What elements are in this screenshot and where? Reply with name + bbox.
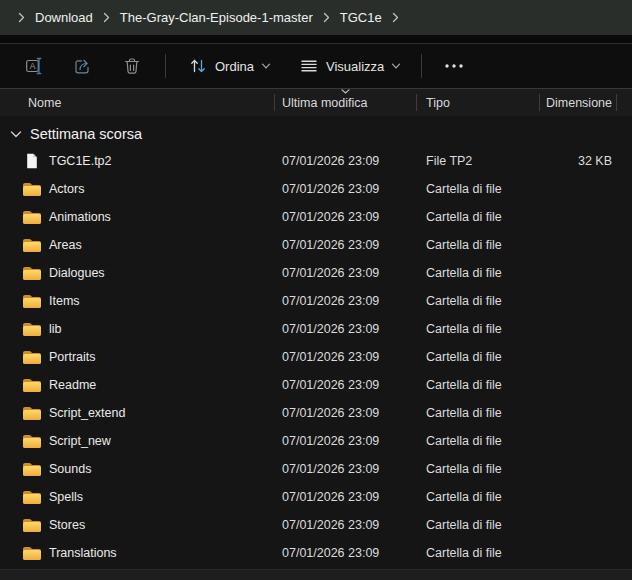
file-type: File TP2 xyxy=(417,154,540,168)
table-row[interactable]: Translations 07/01/2026 23:09 Cartella d… xyxy=(0,539,632,567)
delete-button[interactable] xyxy=(114,50,150,82)
file-type: Cartella di file xyxy=(417,518,540,532)
column-header-dimensione[interactable]: Dimensione xyxy=(540,89,617,116)
breadcrumb-item-current-folder[interactable]: TGC1e xyxy=(334,8,388,27)
file-name: Readme xyxy=(49,378,96,392)
view-button-label: Visualizza xyxy=(326,59,384,74)
file-name: Sounds xyxy=(49,462,91,476)
file-size: 32 KB xyxy=(540,154,617,168)
table-row[interactable]: Animations 07/01/2026 23:09 Cartella di … xyxy=(0,203,632,231)
folder-icon xyxy=(22,265,42,281)
file-icon xyxy=(22,153,42,169)
file-modified-date: 07/01/2026 23:09 xyxy=(275,266,417,280)
table-row[interactable]: Script_new 07/01/2026 23:09 Cartella di … xyxy=(0,427,632,455)
file-list: TGC1E.tp2 07/01/2026 23:09 File TP2 32 K… xyxy=(0,147,632,567)
file-name: Items xyxy=(49,294,80,308)
folder-icon xyxy=(22,405,42,421)
file-name: Spells xyxy=(49,490,83,504)
chevron-down-icon xyxy=(391,63,401,69)
column-header-label: Tipo xyxy=(426,96,450,110)
file-type: Cartella di file xyxy=(417,406,540,420)
chevron-right-icon[interactable] xyxy=(392,12,399,23)
table-row[interactable]: Dialogues 07/01/2026 23:09 Cartella di f… xyxy=(0,259,632,287)
chevron-right-icon[interactable] xyxy=(18,12,25,23)
more-button[interactable] xyxy=(436,50,472,82)
file-modified-date: 07/01/2026 23:09 xyxy=(275,462,417,476)
view-button[interactable]: Visualizza xyxy=(289,50,411,82)
file-modified-date: 07/01/2026 23:09 xyxy=(275,350,417,364)
file-modified-date: 07/01/2026 23:09 xyxy=(275,182,417,196)
sort-descending-icon xyxy=(341,89,350,94)
table-row[interactable]: Areas 07/01/2026 23:09 Cartella di file xyxy=(0,231,632,259)
breadcrumb-item-download[interactable]: Download xyxy=(29,8,99,27)
folder-icon xyxy=(22,321,42,337)
file-type: Cartella di file xyxy=(417,266,540,280)
file-type: Cartella di file xyxy=(417,238,540,252)
column-header-nome[interactable]: Nome xyxy=(0,89,275,116)
table-row[interactable]: Stores 07/01/2026 23:09 Cartella di file xyxy=(0,511,632,539)
table-row[interactable]: Actors 07/01/2026 23:09 Cartella di file xyxy=(0,175,632,203)
folder-icon xyxy=(22,489,42,505)
file-name: Portraits xyxy=(49,350,96,364)
toolbar-divider xyxy=(421,54,422,78)
table-row[interactable]: Sounds 07/01/2026 23:09 Cartella di file xyxy=(0,455,632,483)
file-name: lib xyxy=(49,322,62,336)
file-type: Cartella di file xyxy=(417,322,540,336)
command-bar: A xyxy=(0,44,632,88)
group-header-label: Settimana scorsa xyxy=(30,126,142,142)
rename-button[interactable]: A xyxy=(16,50,52,82)
column-header-label: Ultima modifica xyxy=(282,96,367,110)
toolbar-divider xyxy=(165,54,166,78)
column-header-row: Nome Ultima modifica Tipo Dimensione xyxy=(0,88,632,116)
file-modified-date: 07/01/2026 23:09 xyxy=(275,294,417,308)
folder-icon xyxy=(22,209,42,225)
file-modified-date: 07/01/2026 23:09 xyxy=(275,546,417,560)
file-type: Cartella di file xyxy=(417,182,540,196)
folder-icon xyxy=(22,293,42,309)
file-name: Actors xyxy=(49,182,84,196)
file-name: Animations xyxy=(49,210,111,224)
folder-icon xyxy=(22,461,42,477)
file-type: Cartella di file xyxy=(417,490,540,504)
table-row[interactable]: TGC1E.tp2 07/01/2026 23:09 File TP2 32 K… xyxy=(0,147,632,175)
file-list-area: Settimana scorsa TGC1E.tp2 07/01/2026 23… xyxy=(0,116,632,569)
file-type: Cartella di file xyxy=(417,434,540,448)
file-modified-date: 07/01/2026 23:09 xyxy=(275,154,417,168)
file-explorer-window: Download The-Gray-Clan-Episode-1-master … xyxy=(0,0,632,580)
table-row[interactable]: Items 07/01/2026 23:09 Cartella di file xyxy=(0,287,632,315)
file-modified-date: 07/01/2026 23:09 xyxy=(275,434,417,448)
file-type: Cartella di file xyxy=(417,294,540,308)
file-name: Stores xyxy=(49,518,85,532)
file-name: Script_extend xyxy=(49,406,125,420)
column-header-tipo[interactable]: Tipo xyxy=(417,89,540,116)
folder-icon xyxy=(22,545,42,561)
breadcrumb-item-repo-folder[interactable]: The-Gray-Clan-Episode-1-master xyxy=(114,8,319,27)
rename-icon: A xyxy=(24,56,44,76)
file-modified-date: 07/01/2026 23:09 xyxy=(275,518,417,532)
group-header-settimana-scorsa[interactable]: Settimana scorsa xyxy=(0,121,632,147)
chevron-right-icon[interactable] xyxy=(323,12,330,23)
file-name: Dialogues xyxy=(49,266,105,280)
table-row[interactable]: lib 07/01/2026 23:09 Cartella di file xyxy=(0,315,632,343)
view-details-icon xyxy=(299,56,319,76)
chevron-right-icon[interactable] xyxy=(103,12,110,23)
table-row[interactable]: Readme 07/01/2026 23:09 Cartella di file xyxy=(0,371,632,399)
folder-icon xyxy=(22,517,42,533)
sort-arrows-icon xyxy=(188,56,208,76)
table-row[interactable]: Spells 07/01/2026 23:09 Cartella di file xyxy=(0,483,632,511)
table-row[interactable]: Script_extend 07/01/2026 23:09 Cartella … xyxy=(0,399,632,427)
table-row[interactable]: Portraits 07/01/2026 23:09 Cartella di f… xyxy=(0,343,632,371)
titlebar-divider xyxy=(0,35,632,44)
file-type: Cartella di file xyxy=(417,546,540,560)
column-header-ultima-modifica[interactable]: Ultima modifica xyxy=(275,89,417,116)
file-modified-date: 07/01/2026 23:09 xyxy=(275,238,417,252)
folder-icon xyxy=(22,237,42,253)
folder-icon xyxy=(22,349,42,365)
sort-button[interactable]: Ordina xyxy=(178,50,281,82)
file-type: Cartella di file xyxy=(417,350,540,364)
chevron-down-icon xyxy=(261,63,271,69)
file-type: Cartella di file xyxy=(417,210,540,224)
svg-text:A: A xyxy=(30,61,36,71)
column-header-label: Nome xyxy=(28,96,61,110)
share-button[interactable] xyxy=(65,50,101,82)
